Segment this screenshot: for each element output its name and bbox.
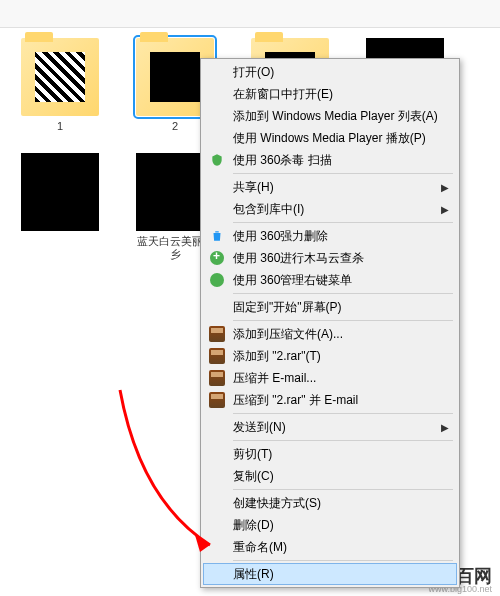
submenu-arrow-icon: ▶: [441, 182, 449, 193]
file-item[interactable]: [20, 153, 100, 261]
black-preview: [150, 52, 200, 102]
circle-icon: [209, 272, 225, 288]
menu-separator: [233, 440, 453, 441]
menu-cut[interactable]: 剪切(T): [203, 443, 457, 465]
archive-icon: [209, 348, 225, 364]
menu-compress-2rar-email[interactable]: 压缩到 "2.rar" 并 E-mail: [203, 389, 457, 411]
menu-separator: [233, 320, 453, 321]
submenu-arrow-icon: ▶: [441, 422, 449, 433]
menu-trojan-360[interactable]: 使用 360进行木马云查杀: [203, 247, 457, 269]
menu-label: 压缩并 E-mail...: [233, 370, 316, 387]
menu-separator: [233, 413, 453, 414]
menu-force-delete-360[interactable]: 使用 360强力删除: [203, 225, 457, 247]
image-thumb: [21, 153, 99, 231]
menu-compress-email[interactable]: 压缩并 E-mail...: [203, 367, 457, 389]
menu-label: 剪切(T): [233, 446, 272, 463]
file-label: 1: [57, 120, 63, 133]
archive-icon: [209, 392, 225, 408]
file-item[interactable]: 1: [20, 38, 100, 133]
menu-share[interactable]: 共享(H)▶: [203, 176, 457, 198]
archive-icon: [209, 370, 225, 386]
shield-icon: [209, 152, 225, 168]
menu-separator: [233, 560, 453, 561]
menu-label: 属性(R): [233, 566, 274, 583]
menu-label: 使用 360强力删除: [233, 228, 328, 245]
submenu-arrow-icon: ▶: [441, 204, 449, 215]
folder-thumb: [21, 38, 99, 116]
menu-label: 压缩到 "2.rar" 并 E-mail: [233, 392, 358, 409]
menu-label: 固定到"开始"屏幕(P): [233, 299, 342, 316]
menu-separator: [233, 293, 453, 294]
menu-open[interactable]: 打开(O): [203, 61, 457, 83]
menu-manage-menu-360[interactable]: 使用 360管理右键菜单: [203, 269, 457, 291]
menu-label: 使用 360进行木马云查杀: [233, 250, 364, 267]
menu-label: 发送到(N): [233, 419, 286, 436]
menu-separator: [233, 173, 453, 174]
menu-label: 使用 Windows Media Player 播放(P): [233, 130, 426, 147]
menu-scan-360[interactable]: 使用 360杀毒 扫描: [203, 149, 457, 171]
archive-icon: [209, 326, 225, 342]
menu-label: 重命名(M): [233, 539, 287, 556]
file-label: 2: [172, 120, 178, 133]
menu-copy[interactable]: 复制(C): [203, 465, 457, 487]
menu-create-shortcut[interactable]: 创建快捷方式(S): [203, 492, 457, 514]
menu-label: 在新窗口中打开(E): [233, 86, 333, 103]
menu-play-wmp[interactable]: 使用 Windows Media Player 播放(P): [203, 127, 457, 149]
menu-label: 添加到 Windows Media Player 列表(A): [233, 108, 438, 125]
menu-add-2rar[interactable]: 添加到 "2.rar"(T): [203, 345, 457, 367]
menu-label: 删除(D): [233, 517, 274, 534]
menu-label: 创建快捷方式(S): [233, 495, 321, 512]
menu-label: 使用 360管理右键菜单: [233, 272, 352, 289]
plus-circle-icon: [209, 250, 225, 266]
menu-separator: [233, 222, 453, 223]
menu-open-new-window[interactable]: 在新窗口中打开(E): [203, 83, 457, 105]
menu-include-library[interactable]: 包含到库中(I)▶: [203, 198, 457, 220]
menu-separator: [233, 489, 453, 490]
menu-label: 包含到库中(I): [233, 201, 304, 218]
menu-label: 使用 360杀毒 扫描: [233, 152, 332, 169]
menu-pin-start[interactable]: 固定到"开始"屏幕(P): [203, 296, 457, 318]
menu-add-archive[interactable]: 添加到压缩文件(A)...: [203, 323, 457, 345]
menu-add-wmp-list[interactable]: 添加到 Windows Media Player 列表(A): [203, 105, 457, 127]
menu-send-to[interactable]: 发送到(N)▶: [203, 416, 457, 438]
menu-properties[interactable]: 属性(R): [203, 563, 457, 585]
menu-label: 添加到压缩文件(A)...: [233, 326, 343, 343]
qr-preview: [35, 52, 85, 102]
menu-delete[interactable]: 删除(D): [203, 514, 457, 536]
menu-label: 复制(C): [233, 468, 274, 485]
menu-label: 共享(H): [233, 179, 274, 196]
trash-icon: [209, 228, 225, 244]
context-menu: 打开(O) 在新窗口中打开(E) 添加到 Windows Media Playe…: [200, 58, 460, 588]
menu-label: 添加到 "2.rar"(T): [233, 348, 321, 365]
menu-label: 打开(O): [233, 64, 274, 81]
toolbar: [0, 0, 500, 28]
menu-rename[interactable]: 重命名(M): [203, 536, 457, 558]
